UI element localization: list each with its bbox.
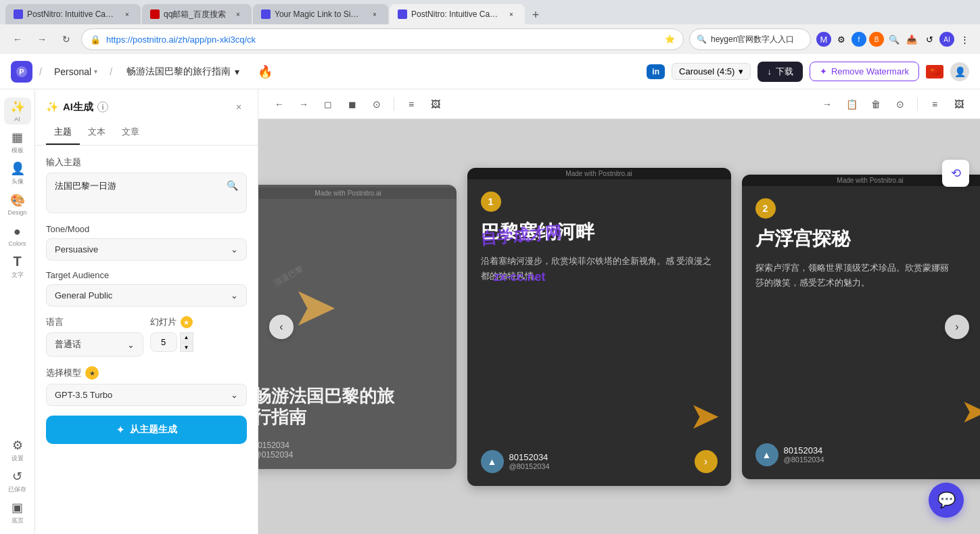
toolbar-left-arrow[interactable]: ← xyxy=(269,94,289,114)
tab-title-1: PostNitro: Intuitive Carouse... xyxy=(27,9,115,19)
generate-button[interactable]: ✦ 从主题生成 xyxy=(46,416,247,444)
address-bar[interactable]: 🔒 https://postnitro.ai/zh/app/pn-xki3cq/… xyxy=(81,28,684,50)
chat-button[interactable]: 💬 xyxy=(929,483,964,518)
toolbar-settings-2[interactable]: ≡ xyxy=(925,94,945,114)
theme-input-value: 法国巴黎一日游 xyxy=(55,180,116,192)
new-tab-button[interactable]: + xyxy=(526,5,545,24)
theme-input[interactable]: 法国巴黎一日游 🔍 xyxy=(46,173,247,213)
tab-close-3[interactable]: × xyxy=(369,9,380,20)
download-icon: ↓ xyxy=(767,66,772,76)
toolbar-square-fill[interactable]: ◼ xyxy=(342,94,363,114)
sidebar-item-settings[interactable]: ⚙ 设置 xyxy=(4,437,31,464)
flame-icon: 🔥 xyxy=(258,64,273,79)
browser-menu[interactable]: ⋮ xyxy=(957,32,972,47)
extension-4[interactable]: B xyxy=(869,32,884,47)
doc-chevron-icon: ▾ xyxy=(235,66,239,77)
toolbar-right-arrow[interactable]: → xyxy=(294,94,314,114)
toolbar-settings[interactable]: ≡ xyxy=(401,94,421,114)
tab-3[interactable]: Your Magic Link to Sign In... × xyxy=(253,4,388,24)
language-select[interactable]: 普通话 ⌄ xyxy=(46,332,143,357)
extension-2[interactable]: ⚙ xyxy=(834,32,849,47)
slides-stepper[interactable]: ▲ ▼ xyxy=(180,332,193,352)
toolbar-delete[interactable]: 🗑 xyxy=(866,94,886,114)
tab-text[interactable]: 文本 xyxy=(80,120,114,145)
model-select[interactable]: GPT-3.5 Turbo ⌄ xyxy=(46,384,247,406)
sidebar-label-settings: 设置 xyxy=(11,454,24,463)
toolbar-image-2[interactable]: 🖼 xyxy=(949,94,969,114)
panel-close-button[interactable]: × xyxy=(231,99,247,115)
search-bar[interactable]: 🔍 heygen官网数字人入口 xyxy=(689,28,811,50)
extension-3[interactable]: f xyxy=(851,32,866,47)
toolbar-image[interactable]: 🖼 xyxy=(425,94,446,114)
tone-mood-select[interactable]: Persuasive ⌄ xyxy=(46,238,247,261)
breadcrumb-doc[interactable]: 畅游法国巴黎的旅行指南 ▾ xyxy=(119,62,247,81)
tab-close-4[interactable]: × xyxy=(506,9,517,20)
canvas-next-button[interactable]: › xyxy=(945,315,969,339)
slides-decrement[interactable]: ▼ xyxy=(180,342,193,352)
model-chevron-icon: ⌄ xyxy=(231,390,238,400)
language-flag[interactable]: 🇨🇳 xyxy=(926,65,943,79)
reload-button[interactable]: ↻ xyxy=(57,30,76,49)
toolbar-copy[interactable]: 📋 xyxy=(841,94,862,114)
slide-3-footer: ▲ 80152034 @80152034 xyxy=(755,443,981,466)
carousel-label: Carousel (4:5) xyxy=(679,66,734,76)
arrow-icon-3: ➤ xyxy=(962,395,981,428)
tab-close-2[interactable]: × xyxy=(233,9,243,20)
address-bar-icon: ⭐ xyxy=(665,35,675,44)
download-button[interactable]: ↓ 下载 xyxy=(757,62,803,82)
sidebar-item-templates[interactable]: ▦ 模板 xyxy=(4,129,31,156)
sidebar-item-design[interactable]: 🎨 Design xyxy=(4,191,31,218)
tab-close-1[interactable]: × xyxy=(122,9,133,20)
slide-2-inner: 自学成才网 zx-cc.net 1 巴黎塞纳河畔 沿着塞纳河漫步，欣赏埃菲尔铁塔… xyxy=(467,179,731,483)
user-avatar[interactable]: 👤 xyxy=(950,62,969,81)
slides-increment[interactable]: ▲ xyxy=(180,332,193,342)
toolbar-circle-2[interactable]: ⊙ xyxy=(890,94,910,114)
extension-1[interactable]: M xyxy=(816,32,831,47)
sync-button[interactable]: ⟲ xyxy=(942,160,969,187)
slide-card-2[interactable]: Made with Postnitro.ai 自学成才网 zx-cc.net 1… xyxy=(467,168,731,486)
sidebar-item-ai[interactable]: ✨ AI xyxy=(4,97,31,125)
slide-2-handle: @80152034 xyxy=(509,462,550,470)
tab-theme[interactable]: 主题 xyxy=(46,120,80,145)
ai-generate-icon: ✨ xyxy=(46,101,59,113)
extension-6[interactable]: 📥 xyxy=(904,32,919,47)
toolbar-circle[interactable]: ⊙ xyxy=(367,94,387,114)
tab-4[interactable]: PostNitro: Intuitive Carouse... × xyxy=(390,4,525,24)
sidebar-item-saved[interactable]: ↺ 已保存 xyxy=(4,468,31,495)
slide-3-name: 80152034 xyxy=(784,445,824,455)
model-star-badge: ★ xyxy=(85,366,99,380)
toolbar-square-outline[interactable]: ◻ xyxy=(318,94,338,114)
slide-2-avatar: ▲ xyxy=(481,450,504,473)
sidebar-item-colors[interactable]: ● Colors xyxy=(4,222,31,249)
sidebar-item-text[interactable]: T 文字 xyxy=(4,253,31,280)
extension-5[interactable]: 🔍 xyxy=(887,32,902,47)
language-group: 语言 普通话 ⌄ xyxy=(46,316,143,357)
back-button[interactable]: ← xyxy=(8,30,27,49)
remove-watermark-button[interactable]: ✦ Remove Watermark xyxy=(810,62,919,81)
sidebar-item-avatar[interactable]: 👤 头像 xyxy=(4,160,31,187)
sidebar-item-layout[interactable]: ▣ 底页 xyxy=(4,499,31,526)
tab-2[interactable]: qq邮箱_百度搜索 × xyxy=(142,4,252,24)
text-icon: T xyxy=(13,254,21,269)
breadcrumb-personal[interactable]: Personal ▾ xyxy=(49,64,103,80)
toolbar-right-arrow-2[interactable]: → xyxy=(817,94,837,114)
carousel-format-selector[interactable]: Carousel (4:5) ▾ xyxy=(672,63,751,80)
breadcrumb-sep-2: / xyxy=(110,66,112,77)
tab-1[interactable]: PostNitro: Intuitive Carouse... × xyxy=(5,4,141,24)
panel-header: ✨ AI生成 i × xyxy=(35,89,258,120)
canvas-prev-button[interactable]: ‹ xyxy=(269,315,294,339)
target-audience-select[interactable]: General Public ⌄ xyxy=(46,284,247,307)
extension-8[interactable]: AI xyxy=(939,32,954,47)
tab-article[interactable]: 文章 xyxy=(114,120,147,145)
step-badge-1: 1 xyxy=(481,192,501,212)
slide-3-title: 卢浮宫探秘 xyxy=(755,227,981,251)
remove-watermark-label: Remove Watermark xyxy=(831,66,909,76)
extension-7[interactable]: ↺ xyxy=(922,32,937,47)
theme-input-label: 输入主题 xyxy=(46,156,247,169)
layout-icon: ▣ xyxy=(11,500,23,515)
slide-2-next-btn[interactable]: › xyxy=(695,450,718,473)
tab-favicon-4 xyxy=(398,9,407,19)
nav-bar: ← → ↻ 🔒 https://postnitro.ai/zh/app/pn-x… xyxy=(0,24,980,54)
forward-button[interactable]: → xyxy=(32,30,51,49)
slides-count-value[interactable]: 5 xyxy=(150,332,177,352)
